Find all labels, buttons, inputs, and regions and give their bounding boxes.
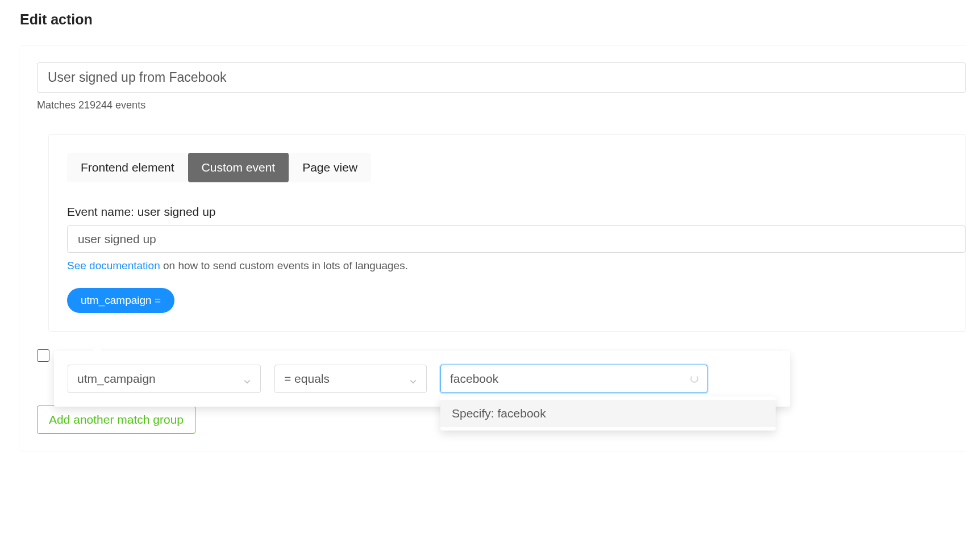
operator-select[interactable]: = equals xyxy=(274,365,427,393)
action-name-input[interactable] xyxy=(37,62,966,93)
post-to-url-checkbox[interactable] xyxy=(37,349,49,362)
dropdown-option-specify[interactable]: Specify: facebook xyxy=(440,400,776,427)
property-select-value: utm_campaign xyxy=(77,372,156,386)
filter-popover: utm_campaign = equals Specify: facebook xyxy=(54,351,790,407)
event-name-label: Event name: user signed up xyxy=(67,205,965,219)
chevron-down-icon xyxy=(409,375,417,383)
event-name-label-value: user signed up xyxy=(138,205,216,218)
documentation-link[interactable]: See documentation xyxy=(67,260,160,271)
match-group-card: Frontend element Custom event Page view … xyxy=(48,134,966,332)
filter-pill[interactable]: utm_campaign = xyxy=(67,288,174,313)
operator-select-value: = equals xyxy=(284,372,330,386)
loading-spinner-icon xyxy=(690,375,698,383)
help-text: See documentation on how to send custom … xyxy=(67,260,965,272)
event-name-label-prefix: Event name: xyxy=(67,205,138,218)
filter-pill-label: utm_campaign = xyxy=(81,294,161,306)
event-type-tabs: Frontend element Custom event Page view xyxy=(67,153,371,182)
value-input-wrap: Specify: facebook xyxy=(440,365,707,393)
property-select[interactable]: utm_campaign xyxy=(68,365,261,393)
tab-custom-event[interactable]: Custom event xyxy=(188,153,289,182)
event-name-input[interactable] xyxy=(67,225,965,253)
tab-page-view[interactable]: Page view xyxy=(289,153,371,182)
add-match-group-button[interactable]: Add another match group xyxy=(37,406,195,434)
help-rest: on how to send custom events in lots of … xyxy=(160,260,408,271)
match-count-text: Matches 219244 events xyxy=(37,99,966,111)
filter-value-input[interactable] xyxy=(440,365,707,393)
page-title: Edit action xyxy=(20,11,966,28)
value-dropdown: Specify: facebook xyxy=(440,396,776,431)
tab-frontend-element[interactable]: Frontend element xyxy=(67,153,188,182)
chevron-down-icon xyxy=(243,375,251,383)
